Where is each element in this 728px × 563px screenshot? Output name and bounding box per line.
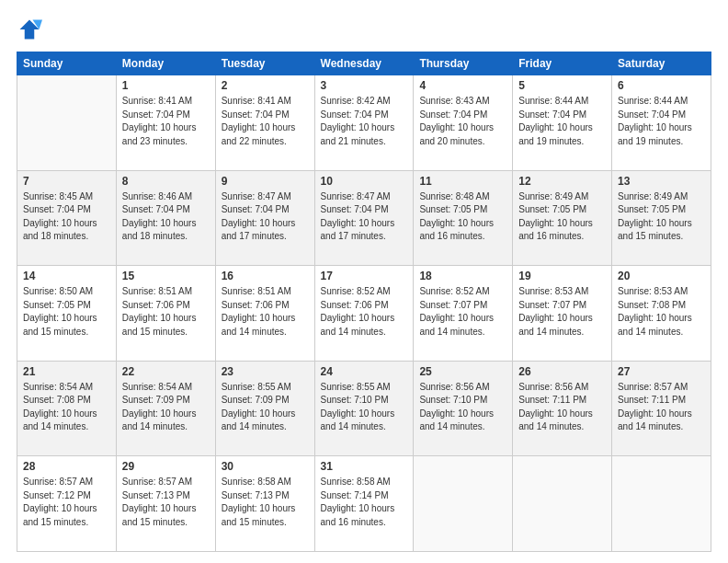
sunset: Sunset: 7:11 PM [518, 395, 586, 405]
daylight: Daylight: 10 hours and 16 minutes. [321, 503, 395, 527]
sunrise: Sunrise: 8:52 AM [321, 286, 391, 296]
calendar-day-cell: 17 Sunrise: 8:52 AM Sunset: 7:06 PM Dayl… [314, 266, 414, 362]
day-info: Sunrise: 8:55 AM Sunset: 7:09 PM Dayligh… [222, 381, 309, 434]
daylight: Daylight: 10 hours and 14 minutes. [518, 313, 593, 337]
daylight: Daylight: 10 hours and 23 minutes. [122, 122, 197, 146]
daylight: Daylight: 10 hours and 15 minutes. [122, 313, 197, 337]
day-of-week-header: Sunday [17, 52, 117, 75]
sunrise: Sunrise: 8:53 AM [518, 286, 588, 296]
calendar-day-cell: 2 Sunrise: 8:41 AM Sunset: 7:04 PM Dayli… [215, 75, 314, 171]
sunset: Sunset: 7:04 PM [518, 109, 586, 120]
day-number: 8 [122, 175, 210, 188]
calendar-week-row: 28 Sunrise: 8:57 AM Sunset: 7:12 PM Dayl… [17, 456, 711, 552]
day-number: 10 [321, 175, 408, 188]
day-number: 25 [419, 365, 506, 378]
sunset: Sunset: 7:07 PM [419, 300, 487, 310]
daylight: Daylight: 10 hours and 14 minutes. [419, 408, 494, 432]
sunset: Sunset: 7:13 PM [222, 490, 290, 500]
sunrise: Sunrise: 8:56 AM [419, 382, 489, 392]
page: SundayMondayTuesdayWednesdayThursdayFrid… [0, 0, 728, 563]
sunset: Sunset: 7:10 PM [419, 395, 487, 405]
sunset: Sunset: 7:13 PM [122, 490, 190, 500]
day-info: Sunrise: 8:45 AM Sunset: 7:04 PM Dayligh… [23, 190, 110, 244]
calendar-day-cell: 13 Sunrise: 8:49 AM Sunset: 7:05 PM Dayl… [612, 170, 711, 266]
calendar-week-row: 7 Sunrise: 8:45 AM Sunset: 7:04 PM Dayli… [17, 170, 711, 266]
sunrise: Sunrise: 8:47 AM [321, 191, 391, 201]
calendar-header-row: SundayMondayTuesdayWednesdayThursdayFrid… [17, 52, 711, 75]
sunset: Sunset: 7:04 PM [321, 109, 389, 120]
sunrise: Sunrise: 8:52 AM [419, 286, 489, 296]
day-number: 20 [618, 270, 705, 282]
daylight: Daylight: 10 hours and 14 minutes. [122, 408, 197, 432]
calendar-day-cell: 14 Sunrise: 8:50 AM Sunset: 7:05 PM Dayl… [17, 266, 117, 362]
day-info: Sunrise: 8:44 AM Sunset: 7:04 PM Dayligh… [518, 95, 606, 148]
day-of-week-header: Monday [116, 52, 215, 75]
day-info: Sunrise: 8:46 AM Sunset: 7:04 PM Dayligh… [122, 190, 210, 244]
header [17, 17, 711, 42]
calendar-week-row: 21 Sunrise: 8:54 AM Sunset: 7:08 PM Dayl… [17, 361, 711, 456]
sunset: Sunset: 7:08 PM [23, 395, 91, 405]
day-number: 14 [23, 270, 110, 282]
sunset: Sunset: 7:04 PM [23, 204, 91, 214]
daylight: Daylight: 10 hours and 14 minutes. [419, 313, 494, 337]
sunrise: Sunrise: 8:58 AM [321, 477, 391, 487]
calendar-day-cell: 8 Sunrise: 8:46 AM Sunset: 7:04 PM Dayli… [116, 170, 215, 266]
calendar-day-cell: 20 Sunrise: 8:53 AM Sunset: 7:08 PM Dayl… [612, 266, 711, 362]
daylight: Daylight: 10 hours and 21 minutes. [321, 122, 395, 146]
sunset: Sunset: 7:12 PM [23, 490, 91, 500]
daylight: Daylight: 10 hours and 18 minutes. [122, 218, 197, 242]
day-info: Sunrise: 8:52 AM Sunset: 7:07 PM Dayligh… [419, 285, 506, 339]
day-number: 4 [419, 79, 506, 92]
daylight: Daylight: 10 hours and 14 minutes. [518, 408, 593, 432]
sunrise: Sunrise: 8:50 AM [23, 286, 93, 296]
sunset: Sunset: 7:04 PM [618, 109, 686, 120]
sunset: Sunset: 7:06 PM [222, 300, 290, 310]
sunrise: Sunrise: 8:57 AM [122, 477, 192, 487]
day-info: Sunrise: 8:42 AM Sunset: 7:04 PM Dayligh… [321, 95, 408, 148]
day-number: 9 [222, 175, 309, 188]
daylight: Daylight: 10 hours and 15 minutes. [618, 218, 692, 242]
daylight: Daylight: 10 hours and 17 minutes. [321, 218, 395, 242]
day-of-week-header: Friday [513, 52, 612, 75]
day-info: Sunrise: 8:54 AM Sunset: 7:08 PM Dayligh… [23, 381, 110, 434]
sunset: Sunset: 7:08 PM [618, 300, 686, 310]
sunrise: Sunrise: 8:44 AM [518, 96, 588, 106]
day-number: 24 [321, 365, 408, 378]
sunset: Sunset: 7:05 PM [419, 204, 487, 214]
day-info: Sunrise: 8:56 AM Sunset: 7:11 PM Dayligh… [518, 381, 606, 434]
day-info: Sunrise: 8:55 AM Sunset: 7:10 PM Dayligh… [321, 381, 408, 434]
sunrise: Sunrise: 8:49 AM [618, 191, 688, 201]
calendar-day-cell [513, 456, 612, 552]
sunrise: Sunrise: 8:43 AM [419, 96, 489, 106]
daylight: Daylight: 10 hours and 14 minutes. [618, 313, 692, 337]
day-number: 18 [419, 270, 506, 282]
daylight: Daylight: 10 hours and 15 minutes. [222, 503, 296, 527]
day-number: 12 [518, 175, 606, 188]
sunrise: Sunrise: 8:51 AM [222, 286, 291, 296]
sunrise: Sunrise: 8:57 AM [618, 382, 688, 392]
calendar-day-cell: 25 Sunrise: 8:56 AM Sunset: 7:10 PM Dayl… [414, 361, 513, 456]
day-number: 23 [222, 365, 309, 378]
day-info: Sunrise: 8:56 AM Sunset: 7:10 PM Dayligh… [419, 381, 506, 434]
logo [17, 17, 46, 42]
sunset: Sunset: 7:14 PM [321, 490, 389, 500]
daylight: Daylight: 10 hours and 14 minutes. [222, 313, 296, 337]
sunrise: Sunrise: 8:45 AM [23, 191, 93, 201]
day-number: 2 [222, 79, 309, 92]
sunset: Sunset: 7:09 PM [122, 395, 190, 405]
calendar-day-cell: 27 Sunrise: 8:57 AM Sunset: 7:11 PM Dayl… [612, 361, 711, 456]
daylight: Daylight: 10 hours and 16 minutes. [419, 218, 494, 242]
day-number: 13 [618, 175, 705, 188]
sunset: Sunset: 7:05 PM [23, 300, 91, 310]
day-number: 1 [122, 79, 210, 92]
sunset: Sunset: 7:11 PM [618, 395, 686, 405]
sunset: Sunset: 7:05 PM [518, 204, 586, 214]
daylight: Daylight: 10 hours and 14 minutes. [23, 408, 97, 432]
sunrise: Sunrise: 8:56 AM [518, 382, 588, 392]
calendar-week-row: 14 Sunrise: 8:50 AM Sunset: 7:05 PM Dayl… [17, 266, 711, 362]
sunrise: Sunrise: 8:53 AM [618, 286, 688, 296]
calendar-day-cell: 29 Sunrise: 8:57 AM Sunset: 7:13 PM Dayl… [116, 456, 215, 552]
sunrise: Sunrise: 8:55 AM [321, 382, 391, 392]
calendar-day-cell: 26 Sunrise: 8:56 AM Sunset: 7:11 PM Dayl… [513, 361, 612, 456]
sunrise: Sunrise: 8:54 AM [23, 382, 93, 392]
